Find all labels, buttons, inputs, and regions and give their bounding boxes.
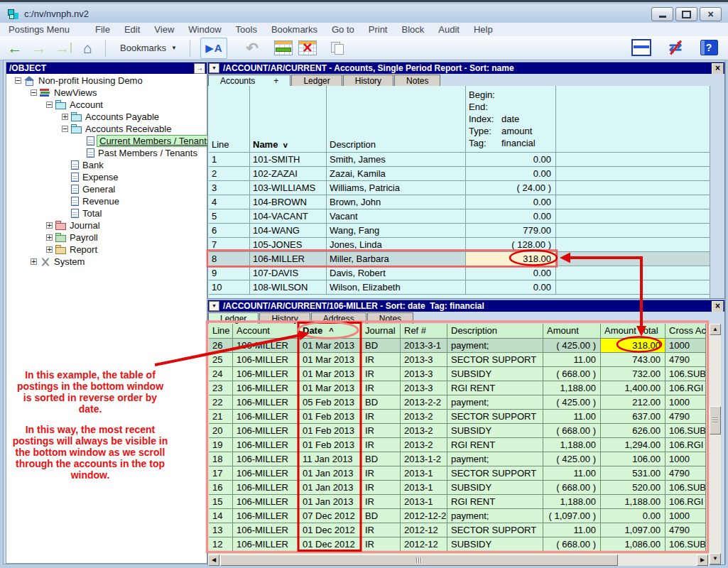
cell-cross-account[interactable]: 106.SUB xyxy=(665,424,706,438)
cell-account[interactable]: 106-MILLER xyxy=(233,339,299,353)
scrollbar-thumb[interactable] xyxy=(710,406,721,435)
cell-amount-total[interactable]: 1,294.00 xyxy=(601,438,665,452)
table-row[interactable]: 13106-MILLER01 Dec 2012IR2012-12SECTOR S… xyxy=(209,523,706,537)
cell-journal[interactable]: IR xyxy=(362,466,401,481)
cell-amount-total[interactable]: 1,086.00 xyxy=(601,537,665,552)
cell-journal[interactable]: BD xyxy=(362,509,401,523)
cell-amount[interactable]: 1,188.00 xyxy=(543,438,601,452)
cell-account[interactable]: 106-MILLER xyxy=(233,424,299,438)
cell-account[interactable]: 106-MILLER xyxy=(233,367,299,381)
menu-go-to[interactable]: Go to xyxy=(325,24,362,35)
cell-account[interactable]: 106-MILLER xyxy=(233,523,299,537)
cell-description[interactable]: SECTOR SUPPORT xyxy=(447,523,543,537)
cell-cross-account[interactable]: 4790 xyxy=(665,523,706,537)
cell-line[interactable]: 1 xyxy=(209,153,250,167)
ledger-horizontal-scrollbar[interactable]: ◀ ▶ xyxy=(208,555,710,566)
cell-amount[interactable]: 0.00 xyxy=(466,280,556,295)
cell-cross-account[interactable]: 106.RGI xyxy=(665,381,706,395)
cell-journal[interactable]: IR xyxy=(362,537,401,552)
cell-ref[interactable]: 2013-3-1 xyxy=(401,339,447,353)
cell-date[interactable]: 07 Dec 2012 xyxy=(299,509,362,523)
table-row[interactable]: 17106-MILLER01 Jan 2013IR2013-1SECTOR SU… xyxy=(209,466,706,481)
tree-item-non-profit-housing-demo[interactable]: −Non-profit Housing Demo xyxy=(6,75,207,87)
cell-date[interactable]: 01 Mar 2013 xyxy=(299,367,362,381)
column-header-amount-total[interactable]: Amount Total xyxy=(601,324,665,339)
menu-bookmarks[interactable]: Bookmarks xyxy=(264,24,325,35)
table-row[interactable]: 20106-MILLER01 Feb 2013IR2013-2SUBSIDY( … xyxy=(209,424,706,438)
cell-account[interactable]: 106-MILLER xyxy=(233,452,299,466)
cell-account[interactable]: 106-MILLER xyxy=(233,537,299,552)
cell-description[interactable]: Smith, James xyxy=(327,153,466,167)
home-button[interactable]: ⌂ xyxy=(78,39,97,58)
cell-name[interactable]: 108-WILSON xyxy=(250,280,327,295)
cell-date[interactable]: 01 Jan 2013 xyxy=(299,481,362,495)
cell-cross-account[interactable]: 1000 xyxy=(665,452,706,466)
cell-date[interactable]: 01 Mar 2013 xyxy=(299,381,362,395)
cell-journal[interactable]: IR xyxy=(362,367,401,381)
cell-description[interactable]: Jones, Linda xyxy=(327,238,466,252)
cell-description[interactable]: payment; xyxy=(447,452,543,466)
tab-ledger[interactable]: Ledger xyxy=(291,75,342,86)
cell-ref[interactable]: 2012-12 xyxy=(401,537,447,552)
cell-amount[interactable]: 318.00 xyxy=(466,252,556,266)
scrollbar-thumb[interactable] xyxy=(220,555,618,566)
menu-block[interactable]: Block xyxy=(394,24,431,35)
scroll-down-button[interactable]: ▼ xyxy=(710,287,710,298)
cell-journal[interactable]: IR xyxy=(362,381,401,395)
cell-line[interactable]: 15 xyxy=(209,495,233,509)
cell-journal[interactable]: BD xyxy=(362,452,401,466)
cell-amount[interactable]: ( 425.00 ) xyxy=(543,395,601,410)
tab-address[interactable]: Address xyxy=(311,312,366,324)
cell-account[interactable]: 106-MILLER xyxy=(233,466,299,481)
menu-audit[interactable]: Audit xyxy=(431,24,467,35)
cell-account[interactable]: 106-MILLER xyxy=(233,410,299,424)
close-button[interactable]: × xyxy=(700,7,722,21)
bookmarks-dropdown[interactable]: Bookmarks ▼ xyxy=(116,39,181,58)
table-row[interactable]: 24106-MILLER01 Mar 2013IR2013-3SUBSIDY( … xyxy=(209,367,706,381)
cell-journal[interactable]: IR xyxy=(362,438,401,452)
cell-line[interactable]: 7 xyxy=(209,238,250,252)
cell-line[interactable]: 2 xyxy=(209,167,250,181)
cell-cross-account[interactable]: 106.SUB xyxy=(665,367,706,381)
cell-journal[interactable]: BD xyxy=(362,339,401,353)
copy-button[interactable] xyxy=(328,39,347,58)
tree-expand-box[interactable]: + xyxy=(46,222,53,229)
cell-ref[interactable]: 2013-3 xyxy=(401,381,447,395)
tree-expand-box[interactable]: + xyxy=(62,114,68,120)
cell-account[interactable]: 106-MILLER xyxy=(233,495,299,509)
panel-close-button[interactable]: × xyxy=(712,63,724,75)
cell-journal[interactable]: IR xyxy=(362,495,401,509)
tab-notes[interactable]: Notes xyxy=(367,312,413,324)
tree-collapse-box[interactable]: − xyxy=(15,77,21,84)
cell-line[interactable]: 20 xyxy=(209,424,233,438)
table-row[interactable]: 7105-JONESJones, Linda( 128.00 ) xyxy=(209,238,710,252)
column-header-amount[interactable]: Amount xyxy=(543,324,601,339)
table-row[interactable]: 4104-BROWNBrown, John0.00 xyxy=(209,195,710,209)
table-row[interactable]: 21106-MILLER01 Feb 2013IR2013-2SECTOR SU… xyxy=(209,410,706,424)
cell-line[interactable]: 5 xyxy=(209,209,250,224)
cell-ref[interactable]: 2013-2 xyxy=(401,424,447,438)
cell-amount[interactable]: 0.00 xyxy=(466,167,556,181)
cell-amount[interactable]: 11.00 xyxy=(543,523,601,537)
cell-description[interactable]: SUBSIDY xyxy=(447,537,543,552)
cell-description[interactable]: Brown, John xyxy=(327,195,466,209)
tree-collapse-box[interactable]: − xyxy=(31,89,37,96)
scroll-left-button[interactable]: ◀ xyxy=(208,555,219,566)
table-row[interactable]: 23106-MILLER01 Mar 2013IR2013-3RGI RENT1… xyxy=(209,381,706,395)
cell-date[interactable]: 01 Dec 2012 xyxy=(299,523,362,537)
panel-close-button[interactable]: × xyxy=(712,301,724,312)
table-row[interactable]: 15106-MILLER01 Jan 2013IR2013-1RGI RENT1… xyxy=(209,495,706,509)
cell-line[interactable]: 24 xyxy=(209,367,233,381)
cell-amount-total[interactable]: 1,400.00 xyxy=(601,381,665,395)
cell-cross-account[interactable]: 106.RGI xyxy=(665,438,706,452)
tree-collapse-box[interactable]: − xyxy=(62,126,68,132)
menu-file[interactable]: File xyxy=(88,24,117,35)
table-row[interactable]: 18106-MILLER11 Jan 2013BD2013-1-2payment… xyxy=(209,452,706,466)
cell-amount[interactable]: 0.00 xyxy=(466,153,556,167)
column-header-description[interactable]: Description xyxy=(447,324,543,339)
cell-cross-account[interactable]: 1000 xyxy=(665,509,706,523)
cell-amount-total[interactable]: 520.00 xyxy=(601,481,665,495)
cell-description[interactable]: RGI RENT xyxy=(447,438,543,452)
undo-button[interactable]: ↶ xyxy=(243,39,261,58)
table-row[interactable]: 9107-DAVISDavis, Robert0.00 xyxy=(209,266,710,280)
